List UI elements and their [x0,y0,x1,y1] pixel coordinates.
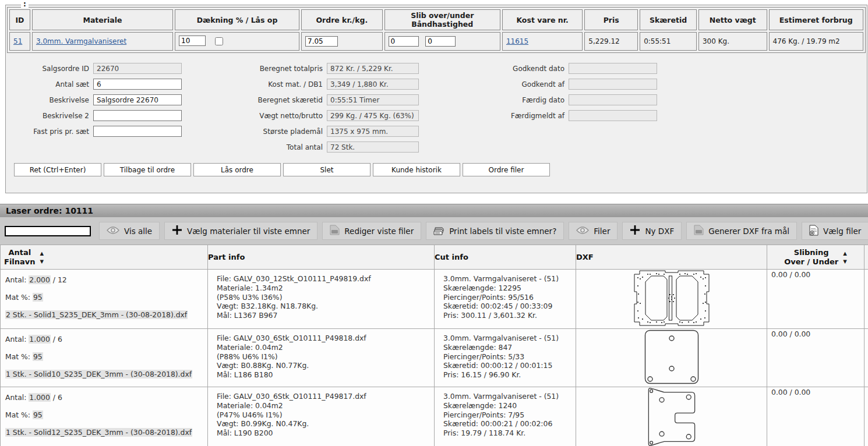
col-header-ordre: Ordre kr./kg. [301,9,382,30]
antal-saet-label: Antal sæt [14,80,93,89]
fieldset-legend: : [21,0,29,8]
vaelg-filer-button[interactable]: Vælg filer [802,222,868,240]
laser-order-section: Laser ordre: 10111 Vis alle Vælg materia… [0,204,868,446]
fast-pris-label: Fast pris pr. sæt [14,128,93,136]
tilbage-til-ordre-button[interactable]: Tilbage til ordre [104,163,191,176]
generer-dxf-button[interactable]: Generer DXF fra mål [686,222,797,240]
parts-table: Antal Filnavn ▲ ▼ Part info Cut info DXF… [0,245,868,446]
plus-icon [172,225,182,237]
netto-vaegt-value: 300 Kg. [698,32,767,51]
slibning-cell: 0.00 / 0.00 [767,270,865,329]
sort-desc-icon[interactable]: ▼ [40,257,44,266]
part-row: Antal: 2.000 / 12 Mat %: 95 2 Stk. - Sol… [1,270,868,329]
col-header-slib: Slib over/under Båndhastighed [384,9,500,30]
vis-alle-button[interactable]: Vis alle [99,222,160,240]
slib-over-input[interactable] [389,36,419,47]
antal-filnavn-cell: Antal: 2.000 / 12 Mat %: 95 2 Stk. - Sol… [1,270,208,329]
cut-info-cell: 3.0mm. Varmgalvaniseret - (51) Skærelæng… [435,270,576,329]
beregnet-totalpris-field [327,63,419,74]
file-plus-icon [809,225,818,238]
laas-op-checkbox[interactable] [215,37,223,45]
kost-mat-db1-field [327,79,419,90]
mat-pct-value: 95 [33,410,43,419]
cut-info-cell: 3.0mm. Varmgalvaniseret - (51) Skærelæng… [435,329,576,387]
sort-asc-icon[interactable]: ▲ [40,249,44,257]
kost-vare-nr-link[interactable]: 11615 [506,37,528,45]
antal-filnavn-cell: Antal: 1.000 / 6 Mat %: 95 1 Stk. - Soli… [1,387,208,446]
beskrivelse2-label: Beskrivelse 2 [14,112,93,120]
sort-asc-icon[interactable]: ▲ [843,249,847,257]
total-antal-field [327,141,419,153]
faerdigmeldt-af-field [569,110,657,121]
slibning-cell: 0.00 / 0.00 [767,387,865,446]
laser-toolbar: Vis alle Vælg materialer til viste emner… [0,217,868,245]
action-button-row: Ret (Ctrl+Enter) Tilbage til ordre Lås o… [6,155,867,176]
dxf-file-icon [330,225,340,237]
godkendt-af-field [569,79,657,90]
beregnet-skaeretid-field [327,94,419,105]
dxf-preview[interactable] [576,329,767,387]
salgsordre-id-label: Salgsordre ID [14,65,93,73]
dxf-preview[interactable] [576,270,767,329]
col-header-materiale: Materiale [32,9,173,30]
skaeretid-value: 0:55:51 [640,32,697,51]
daekning-input[interactable] [179,36,206,46]
beskrivelse-label: Beskrivelse [14,96,93,104]
print-labels-button[interactable]: Print labels til viste emner? [426,222,564,240]
material-id-link[interactable]: 51 [13,37,22,45]
slib-under-input[interactable] [425,36,456,47]
parts-table-header-row: Antal Filnavn ▲ ▼ Part info Cut info DXF… [1,245,868,270]
fast-pris-field[interactable] [93,126,182,137]
ret-button[interactable]: Ret (Ctrl+Enter) [14,163,101,176]
col-header-part-info: Part info [208,245,435,270]
estimeret-forbrug-value: 476 Kg. / 19.79 m2 [769,32,864,51]
antal-saet-field[interactable] [93,79,182,90]
faerdigmeldt-af-label: Færdigmeldt af [484,112,569,120]
godkendt-dato-field [569,63,657,74]
filename: 1 Stk. - Solid12_S235_DEK_3mm - (30-08-2… [5,428,192,437]
filename: 1 Stk. - Solid10_S235_DEK_3mm - (30-08-2… [5,370,192,378]
col-header-kost: Kost vare nr. [502,9,583,30]
filer-button[interactable]: Filer [569,222,618,240]
faerdig-dato-label: Færdig dato [484,96,569,104]
slet-button[interactable]: Slet [283,163,371,176]
cut-info-cell: 3.0mm. Varmgalvaniseret - (51) Skærelæng… [435,387,576,446]
beregnet-totalpris-label: Beregnet totalpris [236,65,327,73]
col-header-pris: Pris [584,9,638,30]
rediger-viste-filer-button[interactable]: Rediger viste filer [322,222,421,240]
vaegt-netto-brutto-label: Vægt netto/brutto [236,112,327,120]
col-header-dxf: DXF [576,245,767,270]
ny-dxf-button[interactable]: Ny DXF [622,222,682,240]
plus-icon [630,225,640,237]
printer-icon [433,225,444,237]
mat-pct-value: 95 [33,293,43,302]
total-antal-label: Total antal [236,143,327,151]
col-header-netto: Netto vægt [698,9,767,30]
part-row: Antal: 1.000 / 6 Mat %: 95 1 Stk. - Soli… [1,387,868,446]
antal-value: 1.000 [29,335,50,344]
part-row: Antal: 1.000 / 6 Mat %: 95 1 Stk. - Soli… [1,329,868,387]
eye-icon [576,226,589,236]
kunde-historik-button[interactable]: Kunde historik [373,163,460,176]
kost-mat-db1-label: Kost mat. / DB1 [236,80,327,89]
col-header-slibning[interactable]: Slibning Over / Under ▲ ▼ [767,245,865,270]
col-header-antal-filnavn[interactable]: Antal Filnavn ▲ ▼ [1,245,208,270]
sort-desc-icon[interactable]: ▼ [843,257,847,266]
ordre-kr-kg-input[interactable] [305,36,338,47]
vaelg-materialer-button[interactable]: Vælg materialer til viste emner [164,222,317,240]
dxf-preview[interactable] [576,387,767,446]
part-info-cell: File: GALV_030_6Stk_O10111_P49818.dxf Ma… [208,329,435,387]
order-detail-panel: : ID Materiale Dækning % / Lås op Ordre … [5,5,867,193]
col-header-forbrug: Estimeret forbrug [769,9,864,30]
col-header-cut-info: Cut info [435,245,576,270]
filter-input[interactable] [5,226,91,236]
beskrivelse-field[interactable] [93,94,182,105]
slibning-cell: 0.00 / 0.00 [767,329,865,387]
laas-ordre-button[interactable]: Lås ordre [193,163,281,176]
col-header-id: ID [9,9,30,30]
beskrivelse2-field[interactable] [93,110,182,121]
beregnet-skaeretid-label: Beregnet skæretid [236,96,327,104]
material-name-link[interactable]: 3.0mm. Varmgalvaniseret [36,37,126,45]
ordre-filer-button[interactable]: Ordre filer [463,163,550,176]
pris-value: 5,229.12 [584,32,638,51]
